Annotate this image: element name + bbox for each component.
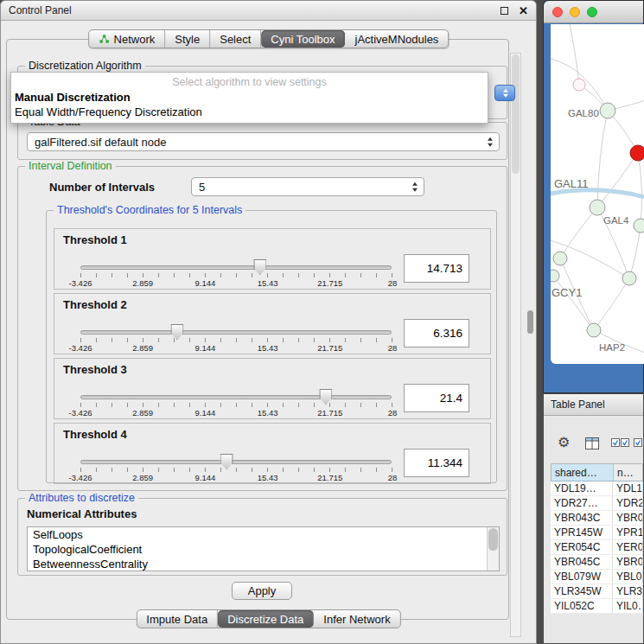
table-row[interactable]: YBR043CYBR0…: [551, 511, 643, 526]
threshold-4-slider[interactable]: [80, 460, 392, 464]
node-label: GCY1: [552, 286, 582, 299]
attributes-list: SelfLoops TopologicalCoefficient Between…: [27, 526, 500, 571]
table-row[interactable]: YIL052CYIL0…: [551, 599, 643, 614]
cyni-toolbox-panel: Discretization Algorithm Select algorith…: [6, 39, 509, 620]
scrollbar-thumb[interactable]: [512, 54, 520, 174]
control-panel-titlebar[interactable]: Control Panel ✕: [1, 1, 536, 21]
node[interactable]: [590, 200, 605, 215]
popup-item-manual-discretization[interactable]: Manual Discretization: [11, 90, 488, 105]
chevron-updown-icon: [412, 182, 418, 192]
chevron-updown-icon: [503, 88, 508, 98]
node[interactable]: [587, 323, 601, 337]
tab-impute-data[interactable]: Impute Data: [137, 610, 218, 628]
node[interactable]: [551, 270, 559, 282]
node-red-selected[interactable]: [630, 145, 644, 161]
minimize-button[interactable]: [570, 7, 580, 17]
group-title: Attributes to discretize: [25, 492, 138, 504]
table-row[interactable]: YER054CYER0…: [551, 540, 643, 555]
panel-scrollbar[interactable]: [510, 53, 521, 637]
network-canvas[interactable]: GAL80 GAL11 GAL4 GCY1 HAP2: [551, 24, 644, 364]
node[interactable]: [634, 219, 644, 233]
tab-network[interactable]: Network: [89, 30, 166, 48]
table-panel-title: Table Panel: [551, 399, 605, 411]
threshold-4-value-field[interactable]: 11.344: [404, 449, 469, 477]
num-intervals-combo[interactable]: 5: [191, 177, 424, 196]
node-table: shared… n… YDL19…YDL1… YDR27…YDR2… YBR04…: [551, 463, 643, 614]
node[interactable]: [622, 271, 636, 285]
threshold-2-value-field[interactable]: 6.316: [404, 319, 469, 348]
node-label: GAL80: [568, 108, 599, 118]
chevron-updown-icon: [488, 137, 493, 147]
threshold-1-panel: Threshold 1 -3.4262.8599.14415.4321.7152…: [54, 228, 491, 290]
close-button[interactable]: [552, 7, 563, 17]
node-label: GAL11: [554, 177, 589, 190]
list-item[interactable]: TopologicalCoefficient: [28, 542, 499, 557]
list-item[interactable]: SelfLoops: [28, 527, 499, 542]
network-graph: GAL80 GAL11 GAL4 GCY1 HAP2: [551, 24, 644, 364]
combo-value: 5: [199, 181, 205, 194]
slider-ticks: [80, 338, 392, 342]
list-scrollbar[interactable]: [487, 527, 499, 571]
table-panel-window: Table Panel shared… n… YDL19…YDL1… YDR27…: [543, 393, 644, 644]
interval-definition-group: Interval Definition Number of Intervals …: [17, 166, 507, 491]
attributes-group: Attributes to discretize Numerical Attri…: [17, 498, 507, 576]
table-row[interactable]: YPR145WYPR1…: [551, 526, 643, 540]
node-label: HAP2: [599, 342, 625, 353]
table-row[interactable]: YBR045CYBR0…: [551, 555, 643, 570]
scrollbar-thumb[interactable]: [488, 528, 498, 551]
tab-cyni-toolbox[interactable]: Cyni Toolbox: [261, 30, 345, 48]
zoom-button[interactable]: [587, 7, 597, 17]
window-scrollbar-thumb[interactable]: [527, 310, 533, 334]
node-pink[interactable]: [573, 79, 585, 91]
list-item[interactable]: BetweennessCentrality: [28, 557, 499, 571]
threshold-3-value-field[interactable]: 21.4: [404, 384, 469, 412]
network-window-titlebar[interactable]: [544, 1, 643, 23]
columns-icon[interactable]: [585, 437, 599, 450]
threshold-2-panel: Threshold 2 -3.4262.8599.14415.4321.7152…: [54, 293, 491, 354]
table-row[interactable]: YBL079WYBL0…: [551, 570, 643, 584]
deselect-checks-icon[interactable]: [634, 437, 644, 448]
table-header-row: shared… n…: [551, 463, 643, 481]
table-row[interactable]: YLR345WYLR3…: [551, 584, 643, 599]
threshold-2-slider[interactable]: [80, 330, 392, 335]
threshold-1-value-field[interactable]: 14.713: [404, 254, 469, 283]
threshold-1-slider[interactable]: [80, 265, 392, 270]
node[interactable]: [600, 103, 615, 118]
slider-ticks: [80, 273, 392, 277]
slider-ticks: [80, 403, 392, 407]
tab-style[interactable]: Style: [165, 30, 210, 48]
popup-item-equal-width-frequency[interactable]: Equal Width/Frequency Discretization: [11, 105, 488, 119]
node[interactable]: [553, 252, 567, 265]
tab-select[interactable]: Select: [210, 30, 261, 48]
table-data-combo[interactable]: galFiltered.sif default node: [27, 132, 500, 151]
table-toolbar: [544, 417, 644, 462]
group-title: Interval Definition: [25, 160, 116, 172]
close-icon[interactable]: ✕: [519, 5, 528, 16]
threshold-4-panel: Threshold 4 -3.4262.8599.14415.4321.7152…: [54, 423, 491, 484]
tab-jactivemnodules[interactable]: jActiveMNodules: [346, 30, 449, 48]
group-title: Threshold's Coordinates for 5 Intervals: [54, 204, 245, 216]
gear-icon[interactable]: [558, 436, 570, 450]
tab-discretize-data[interactable]: Discretize Data: [218, 610, 314, 628]
table-row[interactable]: YDR27…YDR2…: [551, 496, 643, 511]
top-tab-bar: Network Style Select Cyni Toolbox jActiv…: [88, 29, 450, 48]
select-all-checks-icon[interactable]: [611, 437, 630, 448]
threshold-3-slider[interactable]: [80, 395, 392, 399]
group-title: Discretization Algorithm: [25, 60, 145, 72]
tab-label: Network: [114, 33, 156, 46]
column-header-name[interactable]: n…: [614, 464, 642, 481]
float-window-icon[interactable]: [501, 7, 508, 15]
algorithm-combo-button[interactable]: [494, 85, 515, 101]
table-panel-titlebar[interactable]: Table Panel: [544, 394, 643, 416]
table-row[interactable]: YDL19…YDL1…: [551, 481, 643, 496]
table-data-group: Table Data galFiltered.sif default node: [17, 122, 507, 160]
tab-infer-network[interactable]: Infer Network: [314, 610, 399, 628]
control-panel-window: Control Panel ✕ Network Style Select Cyn…: [0, 0, 537, 644]
apply-button[interactable]: Apply: [232, 582, 292, 600]
window-title: Control Panel: [9, 4, 72, 16]
node-label: GAL4: [603, 215, 629, 226]
popup-placeholder: Select algorithm to view settings: [11, 75, 488, 90]
num-intervals-label: Number of Intervals: [49, 181, 155, 194]
column-header-shared-name[interactable]: shared…: [552, 464, 614, 481]
threshold-3-panel: Threshold 3 -3.4262.8599.14415.4321.7152…: [54, 358, 491, 419]
